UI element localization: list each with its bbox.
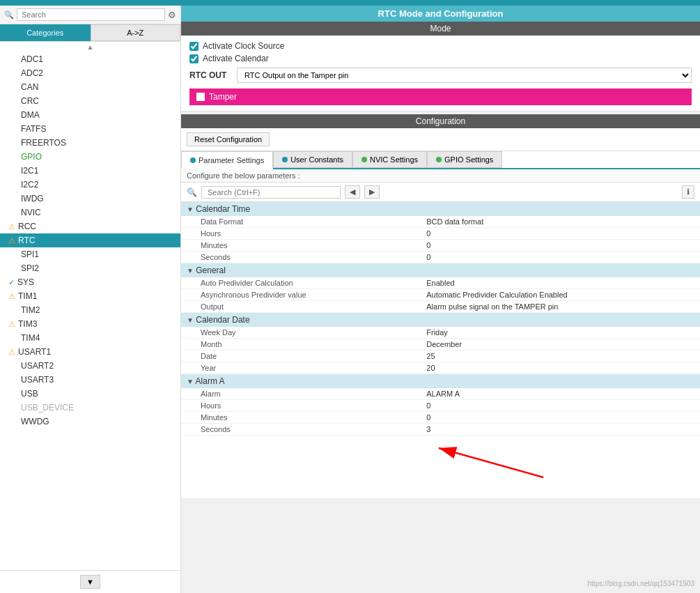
param-value: 0	[421, 240, 700, 252]
sidebar-bottom-button[interactable]: ▼	[80, 575, 100, 589]
param-value: 25	[421, 351, 700, 362]
sidebar-item-label: USART3	[21, 375, 54, 385]
table-row: Year20	[181, 362, 700, 374]
activate-calendar-checkbox[interactable]	[189, 54, 199, 63]
tab-label: User Constants	[290, 155, 343, 164]
param-value: 0	[421, 412, 700, 424]
tab-dot	[190, 157, 196, 163]
sidebar-item-fatfs[interactable]: FATFS	[0, 122, 180, 136]
tab-label: GPIO Settings	[444, 155, 493, 164]
activate-clock-label: Activate Clock Source	[203, 41, 284, 51]
param-label: Hours	[181, 228, 421, 240]
svg-line-1	[439, 448, 543, 477]
warning-icon: ⚠	[8, 236, 15, 245]
param-group-row[interactable]: ▼ General	[181, 263, 700, 278]
sidebar-search-bar: 🔍 ⚙	[0, 6, 180, 24]
activate-clock-row: Activate Clock Source	[189, 41, 692, 51]
sidebar-item-i2c2[interactable]: I2C2	[0, 178, 180, 192]
nav-prev-button[interactable]: ◀	[345, 185, 360, 199]
sidebar-item-label: SPI1	[21, 249, 39, 259]
nav-next-button[interactable]: ▶	[364, 185, 380, 199]
param-value: Alarm pulse signal on the TAMPER pin	[421, 301, 700, 313]
search-small-icon: 🔍	[187, 187, 197, 197]
config-search-row: 🔍 ◀ ▶ ℹ	[181, 183, 700, 202]
sidebar-item-label: FREERTOS	[21, 138, 66, 148]
sidebar-item-adc1[interactable]: ADC1	[0, 52, 180, 66]
config-header: Configuration	[181, 114, 700, 128]
sidebar-item-freertos[interactable]: FREERTOS	[0, 136, 180, 150]
param-group-row[interactable]: ▼ Alarm A	[181, 374, 700, 389]
sidebar-item-tim4[interactable]: TIM4	[0, 331, 180, 345]
param-label: Month	[181, 339, 421, 351]
activate-clock-checkbox[interactable]	[189, 42, 199, 51]
gear-icon[interactable]: ⚙	[168, 10, 176, 20]
sidebar-item-label: IWDG	[21, 194, 44, 203]
tab-az[interactable]: A->Z	[91, 24, 181, 41]
rtc-out-select[interactable]: RTC Output on the Tamper pinDisableAlarm…	[237, 68, 692, 83]
param-label: Minutes	[181, 240, 421, 252]
rtc-out-row: RTC OUT RTC Output on the Tamper pinDisa…	[189, 68, 692, 83]
param-group-row[interactable]: ▼ Calendar Date	[181, 313, 700, 328]
sidebar-item-rcc[interactable]: ⚠RCC	[0, 220, 180, 233]
search-input[interactable]	[17, 8, 165, 21]
sidebar-item-i2c1[interactable]: I2C1	[0, 164, 180, 178]
table-row: Week DayFriday	[181, 327, 700, 339]
config-tab-2[interactable]: NVIC Settings	[352, 151, 427, 168]
table-row: MonthDecember	[181, 339, 700, 351]
param-value: December	[421, 339, 700, 351]
param-value: Friday	[421, 327, 700, 339]
sidebar-item-tim2[interactable]: TIM2	[0, 303, 180, 317]
sidebar-item-sys[interactable]: ✓SYS	[0, 275, 180, 289]
sidebar-item-wwdg[interactable]: WWDG	[0, 415, 180, 429]
sidebar-item-usart1[interactable]: ⚠USART1	[0, 345, 180, 359]
table-row: Minutes0	[181, 412, 700, 424]
sidebar-item-label: TIM4	[21, 333, 40, 343]
sidebar-item-tim1[interactable]: ⚠TIM1	[0, 289, 180, 303]
tab-dot	[282, 157, 288, 162]
info-button[interactable]: ℹ	[682, 185, 694, 199]
param-label: Minutes	[181, 412, 421, 424]
sidebar-item-usart2[interactable]: USART2	[0, 359, 180, 373]
config-tab-0[interactable]: Parameter Settings	[181, 151, 273, 169]
sidebar-item-label: TIM1	[18, 291, 37, 301]
sidebar-item-iwdg[interactable]: IWDG	[0, 192, 180, 206]
group-arrow: ▼	[187, 267, 194, 275]
reset-config-button[interactable]: Reset Configuration	[187, 132, 270, 146]
sidebar-item-gpio[interactable]: GPIO	[0, 150, 180, 164]
param-group-row[interactable]: ▼ Calendar Time	[181, 202, 700, 216]
sidebar-item-label: RTC	[18, 236, 35, 245]
sidebar-item-crc[interactable]: CRC	[0, 94, 180, 108]
sidebar-item-dma[interactable]: DMA	[0, 108, 180, 122]
sidebar-item-label: CAN	[21, 82, 38, 92]
sidebar-item-spi1[interactable]: SPI1	[0, 247, 180, 261]
sidebar-list: ▲ ADC1ADC2CANCRCDMAFATFSFREERTOSGPIOI2C1…	[0, 42, 180, 570]
sidebar-item-nvic[interactable]: NVIC	[0, 206, 180, 220]
sidebar-item-label: TIM2	[21, 305, 40, 315]
sidebar-item-usart3[interactable]: USART3	[0, 373, 180, 387]
config-tab-3[interactable]: GPIO Settings	[427, 151, 502, 168]
config-tab-1[interactable]: User Constants	[273, 151, 352, 168]
param-label: Auto Predivider Calculation	[181, 277, 421, 289]
sidebar-item-can[interactable]: CAN	[0, 80, 180, 94]
sidebar-item-spi2[interactable]: SPI2	[0, 261, 180, 275]
param-label: Alarm	[181, 388, 421, 400]
sidebar-item-label: NVIC	[21, 208, 41, 217]
sidebar-item-label: I2C2	[21, 180, 38, 190]
sidebar-item-label: ADC1	[21, 54, 43, 64]
tab-categories[interactable]: Categories	[0, 24, 91, 41]
scroll-up-btn[interactable]: ▲	[0, 42, 180, 52]
sidebar-item-rtc[interactable]: ⚠RTC	[0, 233, 180, 247]
param-label: Year	[181, 362, 421, 374]
sidebar-item-label: SYS	[17, 277, 34, 287]
table-row: Date25	[181, 351, 700, 362]
activate-calendar-label: Activate Calendar	[203, 54, 269, 63]
sidebar-item-usbdevice[interactable]: USB_DEVICE	[0, 401, 180, 415]
param-value: BCD data format	[421, 216, 700, 228]
param-label: Seconds	[181, 424, 421, 436]
sidebar-item-usb[interactable]: USB	[0, 387, 180, 401]
sidebar-item-label: RCC	[18, 222, 36, 231]
main-content: RTC Mode and Configuration Mode Activate…	[181, 6, 700, 593]
config-search-input[interactable]	[201, 186, 341, 199]
sidebar-item-adc2[interactable]: ADC2	[0, 66, 180, 80]
sidebar-item-tim3[interactable]: ⚠TIM3	[0, 317, 180, 331]
